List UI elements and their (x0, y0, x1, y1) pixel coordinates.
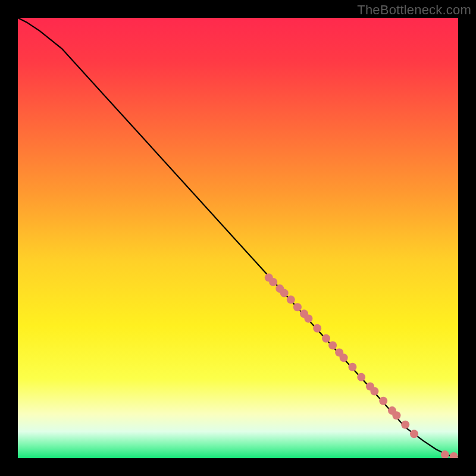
chart-marker (293, 303, 302, 311)
chart-marker (392, 411, 400, 419)
page-root: TheBottleneck.com (0, 0, 476, 476)
chart-marker (379, 397, 387, 405)
chart-svg (18, 18, 458, 458)
chart-marker (357, 373, 365, 381)
chart-plot-area (18, 18, 458, 458)
chart-marker (410, 430, 418, 438)
chart-marker (287, 296, 295, 304)
attribution-text: TheBottleneck.com (357, 2, 471, 18)
chart-marker (401, 421, 409, 429)
chart-marker (340, 353, 348, 362)
chart-marker (348, 363, 356, 371)
chart-marker (322, 334, 330, 343)
chart-marker (269, 278, 277, 286)
chart-marker (313, 324, 321, 333)
chart-marker (280, 289, 289, 298)
chart-marker (328, 342, 337, 350)
chart-background (18, 18, 458, 458)
chart-marker (304, 314, 312, 322)
chart-marker (370, 387, 378, 396)
